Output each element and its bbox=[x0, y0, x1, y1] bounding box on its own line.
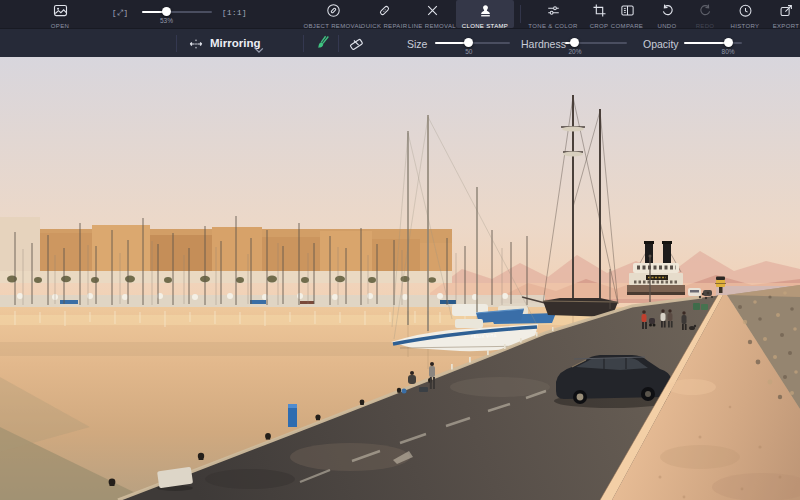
line-removal-icon bbox=[425, 3, 440, 22]
zoom-value: 53% bbox=[160, 17, 173, 24]
mirroring-icon bbox=[188, 36, 204, 56]
clone-stamp-button[interactable]: CLONE STAMP bbox=[456, 0, 514, 28]
size-label: Size bbox=[407, 38, 427, 50]
chevron-down-icon[interactable] bbox=[254, 40, 264, 58]
open-image-icon bbox=[53, 3, 68, 22]
quick-repair-button[interactable]: QUICK REPAIR bbox=[360, 0, 408, 28]
photo-canvas[interactable]: FELIX VITA bbox=[0, 57, 800, 500]
line-removal-button[interactable]: LINE REMOVAL bbox=[408, 0, 456, 28]
zoom-actual-size-button[interactable]: [1:1] bbox=[222, 9, 247, 17]
clone-stamp-icon bbox=[478, 3, 493, 22]
hardness-label: Hardness bbox=[521, 38, 566, 50]
object-removal-button[interactable]: OBJECT REMOVAL bbox=[306, 0, 360, 28]
export-icon bbox=[779, 3, 794, 22]
quick-repair-icon bbox=[377, 3, 392, 22]
redo-icon bbox=[698, 3, 713, 22]
harbor-photo: FELIX VITA bbox=[0, 57, 800, 500]
opacity-label: Opacity bbox=[643, 38, 679, 50]
history-clock-icon bbox=[738, 3, 753, 22]
undo-button[interactable]: UNDO bbox=[648, 0, 686, 28]
compare-button[interactable]: COMPARE bbox=[606, 0, 648, 28]
crop-icon bbox=[592, 3, 607, 22]
clone-stamp-options-bar: Mirroring Size 50 Hardness bbox=[0, 28, 800, 57]
action-group: COMPARE UNDO REDO bbox=[606, 0, 800, 28]
photo-editor-app: OPEN [⤢] 53% [1:1] OBJECT REMOVAL bbox=[0, 0, 800, 500]
export-button[interactable]: EXPORT bbox=[766, 0, 800, 28]
options-separator bbox=[338, 35, 339, 52]
clone-brush-tool-button[interactable] bbox=[313, 34, 331, 56]
zoom-slider[interactable]: 53% bbox=[142, 7, 212, 17]
toolbar-separator bbox=[520, 5, 521, 23]
eraser-tool-button[interactable] bbox=[348, 35, 365, 56]
opacity-slider[interactable]: 80% bbox=[684, 38, 742, 48]
history-button[interactable]: HISTORY bbox=[724, 0, 766, 28]
redo-button[interactable]: REDO bbox=[686, 0, 724, 28]
compare-icon bbox=[620, 3, 635, 22]
open-button[interactable]: OPEN bbox=[40, 0, 80, 28]
hardness-value: 20% bbox=[568, 48, 581, 55]
opacity-value: 80% bbox=[722, 48, 735, 55]
size-slider[interactable]: 50 bbox=[435, 38, 510, 48]
object-removal-icon bbox=[326, 3, 341, 22]
tone-color-button[interactable]: TONE & COLOR bbox=[527, 0, 579, 28]
options-separator bbox=[176, 35, 177, 52]
tool-group: OBJECT REMOVAL QUICK REPAIR bbox=[306, 0, 619, 28]
undo-icon bbox=[660, 3, 675, 22]
size-value: 50 bbox=[465, 48, 472, 55]
top-toolbar: OPEN [⤢] 53% [1:1] OBJECT REMOVAL bbox=[0, 0, 800, 28]
hardness-slider[interactable]: 20% bbox=[565, 38, 627, 48]
options-separator bbox=[303, 35, 304, 52]
mirroring-mode-label[interactable]: Mirroring bbox=[210, 37, 260, 49]
zoom-fit-button[interactable]: [⤢] bbox=[112, 9, 129, 18]
tone-color-icon bbox=[546, 3, 561, 22]
